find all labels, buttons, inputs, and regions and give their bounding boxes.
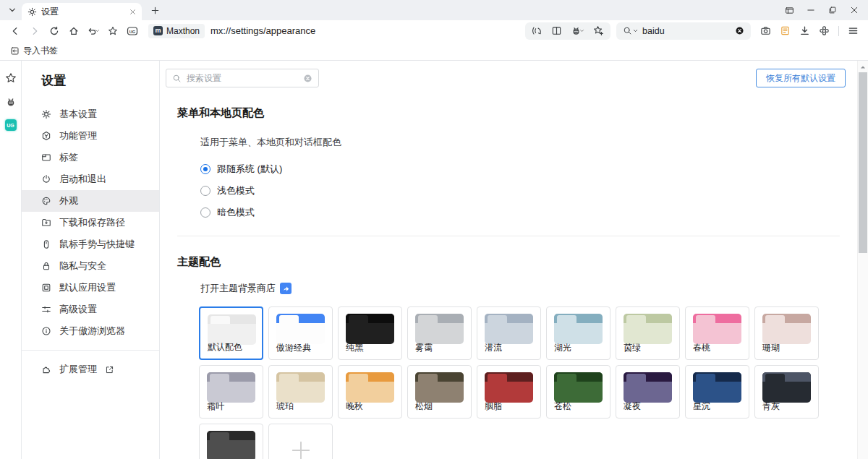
rail-bee-button[interactable] bbox=[4, 95, 17, 108]
settings-search-input[interactable]: 搜索设置 bbox=[166, 69, 319, 87]
sidebar-item-5[interactable]: 下载和保存路径 bbox=[22, 212, 159, 233]
share-arrow-icon bbox=[282, 285, 290, 293]
theme-card-18[interactable]: 暗夜 bbox=[199, 424, 263, 459]
address-bar[interactable]: m Maxthon mx://settings/appearance bbox=[142, 22, 524, 40]
reader-mode-icon[interactable] bbox=[551, 25, 562, 36]
theme-swatch bbox=[276, 372, 325, 403]
note-icon bbox=[780, 25, 791, 36]
sidebar-item-1[interactable]: 功能管理 bbox=[22, 125, 159, 147]
sidebar-item-6[interactable]: 鼠标手势与快捷键 bbox=[22, 233, 159, 255]
theme-card-9[interactable]: 霜叶 bbox=[199, 365, 263, 419]
theme-card-2[interactable]: 纯黑 bbox=[338, 306, 402, 360]
new-tab-button[interactable] bbox=[146, 1, 163, 19]
theme-store-link[interactable]: 打开主题背景商店 bbox=[200, 282, 276, 295]
search-value[interactable]: baidu bbox=[642, 26, 731, 36]
power-icon bbox=[41, 174, 51, 184]
theme-card-12[interactable]: 松烟 bbox=[407, 365, 472, 419]
theme-name: 湖光 bbox=[554, 342, 571, 354]
read-aloud-icon[interactable] bbox=[532, 25, 542, 36]
ug-badge-icon: UG bbox=[127, 25, 138, 37]
bee-notes-button[interactable] bbox=[571, 25, 584, 36]
scroll-up-icon[interactable] bbox=[859, 64, 867, 71]
maximize-button[interactable] bbox=[822, 1, 843, 19]
rail-favorites-button[interactable] bbox=[4, 72, 17, 85]
restore-defaults-button[interactable]: 恢复所有默认设置 bbox=[756, 69, 846, 87]
bee-notes-icon bbox=[5, 96, 17, 108]
back-button[interactable] bbox=[6, 22, 24, 40]
import-bookmarks-item[interactable]: 导入书签 bbox=[7, 43, 61, 59]
color-mode-option-1[interactable]: 浅色模式 bbox=[200, 185, 840, 197]
radio-unselected-icon[interactable] bbox=[200, 207, 210, 218]
tab-icon bbox=[41, 153, 51, 163]
clover-button[interactable] bbox=[815, 22, 833, 40]
theme-card-10[interactable]: 琥珀 bbox=[268, 365, 333, 419]
theme-name: 晚秋 bbox=[346, 400, 363, 413]
scrollbar-thumb[interactable] bbox=[859, 72, 867, 253]
radio-unselected-icon[interactable] bbox=[200, 186, 210, 196]
toolbar: UG m Maxthon mx://settings/appearance ba… bbox=[0, 20, 868, 41]
note-button[interactable] bbox=[776, 22, 794, 40]
forward-button[interactable] bbox=[25, 22, 43, 40]
color-mode-option-2[interactable]: 暗色模式 bbox=[200, 207, 840, 218]
search-icon bbox=[172, 74, 182, 83]
minimize-icon bbox=[807, 6, 815, 14]
theme-card-8[interactable]: 珊瑚 bbox=[754, 306, 819, 360]
clear-search-icon[interactable] bbox=[735, 26, 744, 35]
add-favorite-icon[interactable] bbox=[593, 25, 604, 36]
theme-name: 霜叶 bbox=[207, 400, 224, 413]
downloads-button[interactable] bbox=[796, 22, 814, 40]
scrollbar[interactable] bbox=[857, 61, 868, 459]
radio-label: 浅色模式 bbox=[217, 184, 255, 197]
tab-settings[interactable]: 设置 bbox=[22, 3, 142, 20]
theme-swatch bbox=[415, 314, 464, 344]
main-menu-button[interactable] bbox=[844, 22, 862, 40]
url-text[interactable]: mx://settings/appearance bbox=[210, 25, 315, 36]
theme-card-0[interactable]: 默认配色 bbox=[199, 306, 263, 360]
rail-ug-badge[interactable]: UG bbox=[5, 119, 17, 131]
toolbar-search[interactable]: baidu bbox=[616, 22, 751, 40]
theme-card-17[interactable]: 青灰 bbox=[754, 365, 819, 419]
theme-card-16[interactable]: 星沉 bbox=[685, 365, 749, 419]
browser-window: 设置 UG m Maxthon mx://settings/appearance bbox=[0, 0, 868, 459]
radio-selected-icon[interactable] bbox=[200, 164, 210, 174]
undo-tab-button[interactable] bbox=[84, 22, 102, 40]
sidebar-item-9[interactable]: 高级设置 bbox=[22, 299, 159, 320]
screenshot-button[interactable] bbox=[757, 22, 775, 40]
theme-card-5[interactable]: 湖光 bbox=[546, 306, 610, 360]
ug-button[interactable]: UG bbox=[123, 22, 141, 40]
site-identity-chip[interactable]: m Maxthon bbox=[148, 24, 205, 38]
sidebar-item-3[interactable]: 启动和退出 bbox=[22, 168, 159, 190]
clear-icon[interactable] bbox=[303, 74, 312, 83]
sidebar-item-7[interactable]: 隐私与安全 bbox=[22, 255, 159, 277]
theme-card-6[interactable]: 茵绿 bbox=[616, 306, 680, 360]
theme-card-14[interactable]: 苍松 bbox=[546, 365, 610, 419]
open-store-button[interactable] bbox=[280, 283, 292, 294]
sidebar-item-4[interactable]: 外观 bbox=[22, 190, 159, 212]
sidebar-item-extensions[interactable]: 扩展管理 bbox=[22, 359, 159, 380]
minimize-button[interactable] bbox=[800, 1, 822, 19]
boss-key-button[interactable] bbox=[778, 1, 800, 19]
download-folder-icon bbox=[41, 218, 51, 228]
home-button[interactable] bbox=[64, 22, 82, 40]
sidebar-item-10[interactable]: 关于傲游浏览器 bbox=[22, 320, 159, 342]
sidebar-item-8[interactable]: 默认应用设置 bbox=[22, 277, 159, 299]
theme-card-4[interactable]: 潜流 bbox=[477, 306, 541, 360]
tab-strip: 设置 bbox=[0, 0, 868, 20]
reload-button[interactable] bbox=[45, 22, 63, 40]
tab-list-button[interactable] bbox=[4, 3, 20, 17]
theme-card-15[interactable]: 凝夜 bbox=[616, 365, 680, 419]
sidebar-item-2[interactable]: 标签 bbox=[22, 147, 159, 168]
theme-swatch bbox=[346, 314, 394, 344]
close-window-button[interactable] bbox=[843, 1, 865, 19]
add-theme-card[interactable] bbox=[268, 424, 333, 459]
color-mode-option-0[interactable]: 跟随系统 (默认) bbox=[200, 163, 840, 175]
theme-card-13[interactable]: 胭脂 bbox=[477, 365, 541, 419]
search-engine-button[interactable] bbox=[623, 26, 638, 35]
sidebar-item-0[interactable]: 基本设置 bbox=[22, 103, 159, 125]
favorites-button[interactable] bbox=[103, 22, 122, 40]
theme-card-3[interactable]: 雾霭 bbox=[407, 306, 472, 360]
tab-close-icon[interactable] bbox=[129, 9, 136, 15]
theme-card-1[interactable]: 傲游经典 bbox=[268, 306, 333, 360]
theme-card-11[interactable]: 晚秋 bbox=[338, 365, 402, 419]
theme-card-7[interactable]: 春桃 bbox=[685, 306, 749, 360]
